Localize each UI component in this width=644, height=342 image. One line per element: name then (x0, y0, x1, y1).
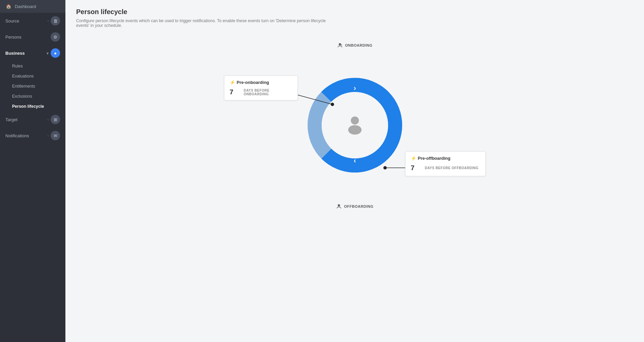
sidebar-sub-item-evaluations[interactable]: Evaluations (0, 71, 65, 81)
svg-point-7 (338, 43, 341, 46)
sidebar-item-dashboard[interactable]: 🏠 Dashboard (0, 0, 65, 13)
chevron-down-icon: ∨ (46, 51, 49, 55)
svg-text:›: › (354, 84, 356, 92)
sidebar-sub-item-rules[interactable]: Rules (0, 61, 65, 71)
business-action-icon[interactable]: ● (51, 48, 60, 58)
bolt-icon: ⚡ (230, 80, 235, 85)
target-action-icon[interactable]: ⊞ (51, 115, 60, 124)
sidebar-item-label: Business (5, 51, 25, 56)
svg-point-6 (348, 125, 362, 135)
page-title: Person lifecycle (76, 8, 633, 16)
sidebar-sub-item-exclusions[interactable]: Exclusions (0, 91, 65, 101)
main-content: Person lifecycle Configure person lifecy… (65, 0, 644, 342)
offboarding-label: OFFBOARDING (336, 204, 373, 209)
sidebar-item-label: Dashboard (15, 4, 36, 9)
pre-offboarding-value: 7 (411, 164, 421, 172)
chevron-icon: ‹ (48, 19, 49, 23)
sidebar-sub-item-person-lifecycle[interactable]: Person lifecycle (0, 101, 65, 111)
sidebar-item-label: Notifications (5, 133, 29, 138)
sidebar-item-target[interactable]: Target ‹ ⊞ (0, 111, 65, 128)
page-subtitle: Configure person lifecycle events which … (76, 18, 338, 28)
svg-point-5 (351, 116, 359, 125)
dashboard-icon: 🏠 (5, 3, 11, 9)
persons-action-icon[interactable]: ⚙ (51, 32, 60, 42)
bolt-icon: ⚡ (411, 156, 416, 161)
chevron-icon: ‹ (48, 134, 49, 138)
pre-offboarding-card: ⚡ Pre-offboarding 7 DAYS BEFORE OFFBOARD… (405, 151, 486, 176)
chevron-icon: ‹ (48, 118, 49, 121)
diagram-ring: › ‹ (303, 73, 407, 179)
pre-offboarding-days-label: DAYS BEFORE OFFBOARDING (425, 166, 479, 170)
pre-onboarding-days-label: DAYS BEFORE ONBOARDING (244, 89, 292, 96)
sidebar-item-notifications[interactable]: Notifications ‹ ✉ (0, 128, 65, 144)
pre-onboarding-card: ⚡ Pre-onboarding 7 DAYS BEFORE ONBOARDIN… (224, 76, 298, 100)
onboarding-label: ONBOARDING (337, 43, 372, 48)
pre-onboarding-value: 7 (230, 88, 240, 96)
lifecycle-diagram: › ‹ ONBOARDING (221, 39, 489, 213)
person-icon (345, 114, 364, 137)
pre-onboarding-title: Pre-onboarding (237, 80, 269, 85)
source-action-icon[interactable]: 🗑 (51, 16, 60, 26)
sidebar-item-source[interactable]: Source ‹ 🗑 (0, 13, 65, 29)
sidebar-item-label: Source (5, 18, 19, 23)
pre-offboarding-title: Pre-offboarding (418, 156, 451, 161)
svg-text:‹: ‹ (354, 156, 356, 165)
sidebar-item-persons[interactable]: Persons ⚙ (0, 29, 65, 45)
sidebar-item-business[interactable]: Business ∨ ● (0, 45, 65, 61)
sidebar: 🏠 Dashboard Source ‹ 🗑 Persons ⚙ Busines… (0, 0, 65, 342)
sidebar-item-label: Target (5, 117, 17, 122)
sidebar-sub-item-entitlements[interactable]: Entitlements (0, 81, 65, 91)
sidebar-item-label: Persons (5, 35, 21, 40)
notifications-action-icon[interactable]: ✉ (51, 131, 60, 140)
